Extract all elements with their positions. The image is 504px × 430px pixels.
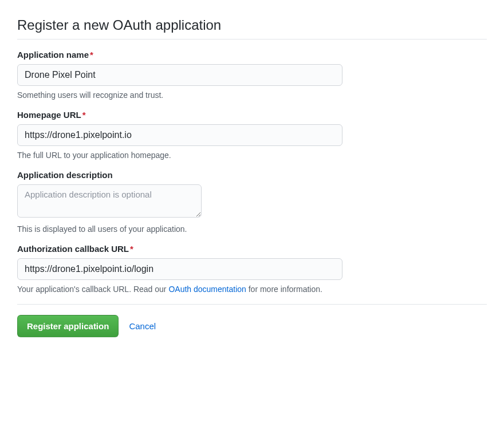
application-description-hint: This is displayed to all users of your a… [17, 224, 487, 234]
field-application-description: Application description This is displaye… [17, 170, 487, 234]
homepage-url-hint: The full URL to your application homepag… [17, 151, 487, 160]
application-description-input[interactable] [17, 184, 202, 218]
callback-url-label: Authorization callback URL* [17, 244, 487, 254]
field-homepage-url: Homepage URL* The full URL to your appli… [17, 110, 487, 160]
register-application-button[interactable]: Register application [17, 315, 119, 337]
required-indicator: * [130, 244, 133, 254]
homepage-url-label: Homepage URL* [17, 110, 487, 120]
required-indicator: * [82, 110, 86, 120]
form-actions: Register application Cancel [17, 304, 487, 337]
application-description-label: Application description [17, 170, 487, 180]
callback-url-hint: Your application's callback URL. Read ou… [17, 285, 487, 294]
required-indicator: * [90, 50, 93, 60]
field-callback-url: Authorization callback URL* Your applica… [17, 244, 487, 294]
field-application-name: Application name* Something users will r… [17, 50, 487, 100]
callback-url-input[interactable] [17, 258, 342, 280]
application-name-label: Application name* [17, 50, 487, 60]
application-name-hint: Something users will recognize and trust… [17, 90, 487, 100]
cancel-button[interactable]: Cancel [129, 321, 156, 331]
page-title: Register a new OAuth application [17, 17, 487, 40]
homepage-url-input[interactable] [17, 124, 342, 146]
oauth-documentation-link[interactable]: OAuth documentation [168, 285, 246, 294]
application-name-input[interactable] [17, 64, 342, 86]
